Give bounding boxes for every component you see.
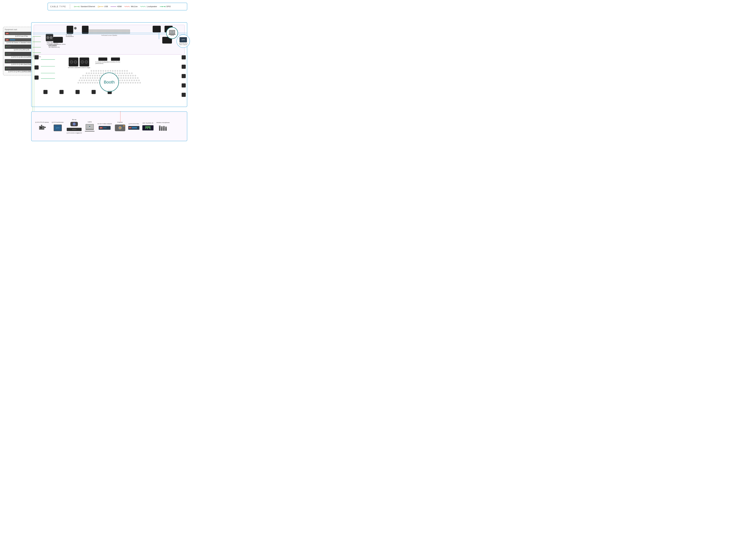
gpio-label: GPIO — [166, 5, 171, 8]
touchscreen-device: Q-SYS touchscreen Q·SYS — [52, 122, 63, 131]
legend-item-hdmi: HDMI — [111, 5, 122, 8]
right-wall-spk-4 — [182, 83, 186, 88]
svg-marker-7 — [162, 6, 163, 7]
main-diagram: Equipment rack QSC Q-SYS Core 8 Flex QSC — [1, 12, 189, 141]
attero-device: Attero Tech by QSC unDX2IO+ network audi… — [46, 34, 59, 46]
stage-spk-r1 — [152, 26, 161, 32]
projector-label: Projector — [117, 122, 123, 123]
sc-speakers-label: SC Seriesloudspeakers — [66, 34, 74, 37]
camera-device — [74, 27, 77, 30]
touchmix30-label: QSC TouchMix-30 — [142, 122, 154, 124]
dcio-device: DCIO-H — [67, 128, 82, 131]
booth-circle: Booth — [99, 73, 119, 92]
qsys-io8-label: Q-SYS I/O-8 Flex — [129, 123, 139, 125]
laptop-device-icon: 💻 — [169, 30, 175, 34]
perforated-screen-label: Perforated screen (flyable) — [101, 35, 117, 36]
legend-item-gpio: GPIO — [160, 5, 171, 8]
ptz-camera-label: Q-SYS PTZ-IP camera — [35, 122, 49, 123]
front-spk-3 — [76, 90, 80, 94]
micline-label: Mic/Line — [131, 5, 138, 8]
sr-speakers — [35, 55, 39, 80]
front-spk-1 — [43, 90, 48, 94]
legend-title: CABLE TYPE — [50, 5, 66, 8]
sb-subwoofers — [69, 57, 89, 67]
front-spk-4 — [92, 90, 96, 94]
touchmix30-device: QSC TouchMix-30 — [142, 122, 154, 130]
legend-item-ethernet: Standard Ethernet — [74, 5, 95, 8]
right-wall-spk-1 — [182, 55, 186, 59]
svg-rect-0 — [74, 6, 75, 7]
booth-equipment-area: Q-SYS PTZ-IP camera Q-SYS touchscreen Q·… — [31, 112, 187, 141]
booth-laptop-device: Laptop 💻 — [85, 121, 94, 132]
hdmi-cable-icon — [111, 5, 116, 8]
k2-monitors — [98, 57, 120, 61]
bluray-label: Blu-ray — [72, 119, 76, 120]
legend-item-usb: USB — [98, 5, 108, 8]
right-wall-spk-5 — [182, 93, 186, 97]
sc-speaker-right — [82, 26, 89, 34]
svg-rect-18 — [44, 127, 46, 128]
booth-laptop-label: Laptop — [88, 121, 92, 123]
usb-cable-icon — [98, 5, 103, 8]
gpio-cable-icon — [160, 5, 165, 8]
hdmi-label: HDMI — [117, 5, 122, 8]
sb-subs-label: SB Series subwoofers (inset in stage) — [68, 67, 90, 68]
svg-rect-19 — [41, 125, 42, 126]
touchscreen-label: Q-SYS touchscreen — [52, 122, 63, 123]
nv-endpoint-label: Q-SYS NV-32-H Video endpoint — [178, 43, 188, 45]
sr-speaker-2 — [35, 66, 39, 70]
ptz-camera-device: Q-SYS PTZ-IP camera — [35, 122, 49, 131]
k2-monitor-2 — [111, 57, 120, 61]
front-speakers-row — [43, 90, 112, 94]
stage-area: Perforated screen (flyable) SC Serieslou… — [34, 25, 185, 54]
svg-point-17 — [40, 127, 42, 129]
sc-speakers-group — [67, 26, 89, 34]
booth-label: Booth — [104, 80, 115, 85]
micline-cable-icon — [124, 5, 130, 8]
legend-item-micline: Mic/Line — [124, 5, 138, 8]
usb-label: USB — [104, 5, 108, 8]
sc-speaker-left — [67, 26, 73, 34]
qsys-io8-device: Q-SYS I/O-8 Flex QSC — [128, 123, 139, 130]
right-wall-speakers — [182, 55, 186, 97]
perforated-screen — [88, 30, 130, 34]
right-wall-spk-2 — [182, 64, 186, 69]
k2-monitor-1 — [98, 57, 107, 61]
legend-divider — [70, 4, 70, 9]
dcio-label: Q-SYS DCIO-H digital I/O — [67, 132, 82, 134]
loudspeaker-label: Loudspeaker — [147, 5, 157, 8]
ethernet-label: Standard Ethernet — [81, 5, 95, 8]
attero-label: Attero Tech by QSC unDX2IO+ network audi… — [46, 42, 59, 46]
venue-outer: Perforated screen (flyable) SC Serieslou… — [31, 22, 187, 107]
projector-device: Projector — [115, 122, 125, 131]
legend-item-loudspeaker: Loudspeaker — [140, 5, 157, 8]
k2-monitors-label: K.2 Series loudspeakers (monitors for li… — [95, 61, 125, 64]
ethernet-cable-icon — [74, 5, 80, 8]
nv-endpoint-circle: Q·SYS Q-SYS NV-32-H Video endpoint — [177, 35, 190, 48]
right-wall-spk-3 — [182, 74, 186, 78]
laptop-circle: 💻 Laptop — [166, 27, 178, 39]
cable-type-legend: CABLE TYPE Standard Ethernet USB HDMI Mi… — [48, 3, 187, 10]
booth-nv32h-label: NV-32-H Video endpoint — [97, 123, 112, 125]
svg-rect-2 — [79, 6, 80, 7]
bluray-dcio-device: Blu-ray DCIO-H Q-SYS DCIO-H digital I/O — [67, 119, 82, 134]
wireless-mics-label: Wireless microphones — [157, 122, 170, 123]
booth-nv32h-device: NV-32-H Video endpoint QSC — [97, 123, 112, 130]
wireless-mics-device: Wireless microphones — [157, 122, 170, 131]
svg-rect-3 — [98, 6, 99, 7]
front-spk-2 — [59, 90, 63, 94]
loudspeaker-cable-icon — [140, 5, 146, 8]
sr-speakers-label: SR Seriesloudspeakers — [33, 54, 41, 57]
sr-speaker-3 — [35, 76, 39, 80]
